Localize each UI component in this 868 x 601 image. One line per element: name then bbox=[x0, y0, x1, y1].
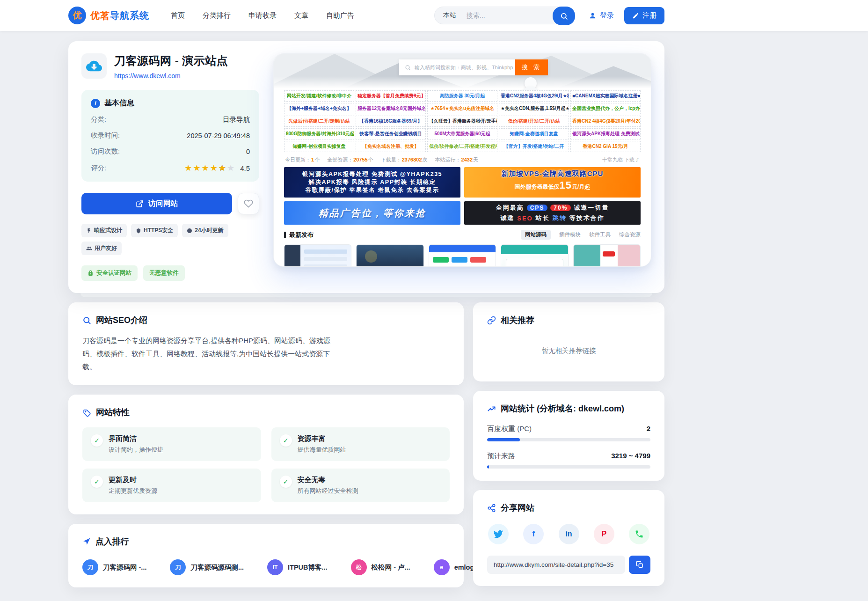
features-title: 网站特性 bbox=[96, 407, 130, 418]
site-avatar: 松 bbox=[351, 559, 367, 575]
text-ad-link[interactable]: 500M大带宽服务器|60元起 bbox=[427, 128, 497, 139]
category-value: 目录导航 bbox=[223, 115, 250, 124]
related-empty-text: 暂无相关推荐链接 bbox=[487, 346, 650, 355]
ranking-link[interactable]: IT ITPUB博客... bbox=[267, 559, 328, 575]
search-button[interactable] bbox=[553, 7, 575, 25]
facebook-icon[interactable]: f bbox=[523, 524, 544, 544]
tab-plugins[interactable]: 插件模块 bbox=[559, 231, 581, 238]
ranking-link[interactable]: 刀 刀客源码源码测... bbox=[170, 559, 244, 575]
tab-software[interactable]: 软件工具 bbox=[589, 231, 611, 238]
clock-icon bbox=[187, 228, 192, 234]
text-ad-link[interactable]: ★免实名CDN,服务器,1.5$/月起★ bbox=[499, 103, 569, 114]
banner-ad-slot[interactable]: 精品广告位，等你来抢 bbox=[284, 201, 460, 225]
nav-item-articles[interactable]: 文章 bbox=[294, 11, 308, 20]
text-ad-link[interactable]: 快客帮-悬赏任务创业赚钱项目 bbox=[356, 128, 426, 139]
login-button[interactable]: 登录 bbox=[589, 11, 614, 20]
text-ad-link[interactable]: 【免实名域名注册、批发】 bbox=[356, 141, 426, 152]
text-ad-link[interactable]: 银河源头APK报毒处理 免费测试 bbox=[570, 128, 641, 139]
text-ad-link[interactable]: 知赚网-创业项目实操复盘 bbox=[284, 141, 354, 152]
avatar-icon bbox=[595, 157, 600, 162]
check-icon: ✓ bbox=[280, 434, 292, 447]
nav-item-submit[interactable]: 申请收录 bbox=[248, 11, 277, 20]
related-title: 相关推荐 bbox=[501, 315, 534, 326]
text-ad-link[interactable]: 香港CN2 GIA 15元/月 bbox=[570, 141, 641, 152]
text-ad-link[interactable]: 先做后付/搭建/二开/定制/仿站 bbox=[284, 116, 354, 127]
copy-url-button[interactable] bbox=[629, 556, 650, 574]
shield-icon bbox=[136, 228, 141, 234]
text-ads-grid: 网站开发/搭建/软件修改/非中介 稳定服务器【首月免费续费9元】 高防服务器 3… bbox=[284, 90, 641, 152]
search-icon bbox=[405, 65, 411, 71]
ranking-link[interactable]: 松 松松网 - 卢... bbox=[351, 559, 410, 575]
register-button[interactable]: 注册 bbox=[624, 7, 664, 24]
text-ad-link[interactable]: 低价/搭建/开发/二开/仿站 bbox=[499, 116, 569, 127]
search-scope-select[interactable]: 本站 bbox=[443, 11, 456, 20]
resource-thumbnail[interactable] bbox=[429, 244, 496, 267]
pinterest-icon[interactable]: P bbox=[594, 524, 614, 544]
badge-friendly: 用户友好 bbox=[81, 242, 122, 255]
progress-track bbox=[487, 438, 650, 441]
rating-value: 4.5 bbox=[240, 164, 250, 172]
stat-label: 百度权重 (PC) bbox=[487, 425, 532, 433]
banner-ad-cps[interactable]: 全网最高CPS70%诚邀一切量 诚邀SEO站长跳转等技术合作 bbox=[464, 201, 641, 225]
share-url-input[interactable] bbox=[487, 556, 625, 574]
text-ad-link[interactable]: 【海外+服务器+域名+免实名】 bbox=[284, 103, 354, 114]
text-ad-link[interactable]: 【香港16核16G服务器69/月】 bbox=[356, 116, 426, 127]
tab-misc[interactable]: 综合资源 bbox=[619, 231, 641, 238]
text-ad-link[interactable]: 服务器12元备案域名8元国外域名1元 bbox=[356, 103, 426, 114]
text-ad-link[interactable]: 【久旺云】香港服务器秒开/云手机 bbox=[427, 116, 497, 127]
text-ad-link[interactable]: 稳定服务器【首月免费续费9元】 bbox=[356, 90, 426, 102]
cursor-arrow-icon bbox=[82, 537, 91, 546]
stat-label: 预计来路 bbox=[487, 452, 515, 461]
site-logo[interactable]: 优 优茗导航系统 bbox=[68, 7, 149, 24]
badge-no-malware: 无恶意软件 bbox=[143, 265, 185, 281]
text-ad-link[interactable]: ★7654★免实名u充值注册域名 bbox=[427, 103, 497, 114]
tag-icon bbox=[82, 408, 91, 417]
preview-search-input[interactable]: 输入精简词搜索如：商城、影视、Thinkphp bbox=[399, 59, 515, 75]
nav-item-home[interactable]: 首页 bbox=[171, 11, 185, 20]
text-ad-link[interactable]: 香港CN2服务器4核4G仅29/月★秒开 bbox=[499, 90, 569, 102]
site-features-card: 网站特性 ✓ 界面简洁设计简约，操作便捷 ✓ 资源丰富提供海量优质网站 ✓ 更新… bbox=[68, 395, 464, 514]
ranking-link[interactable]: 刀 刀客源码网 -... bbox=[82, 559, 146, 575]
site-detail-card: 刀客源码网 - 演示站点 https://www.dkewl.com i 基本信… bbox=[68, 41, 664, 293]
text-ad-link[interactable]: 高防服务器 30元/月起 bbox=[427, 90, 497, 102]
feature-item: ✓ 安全无毒所有网站经过安全检测 bbox=[271, 469, 450, 502]
banner-ad-apk[interactable]: 银河源头APK报毒处理 免费测试 @YHAPK235 解决APK报毒 风险提示 … bbox=[284, 167, 460, 198]
preview-search-button[interactable]: 搜 索 bbox=[515, 59, 548, 75]
text-ad-link[interactable]: 香港CN2 4核4G仅要20月/年付200 bbox=[570, 116, 641, 127]
text-ad-link[interactable]: 低价/软件修改/二开/搭建/开发程序 bbox=[427, 141, 497, 152]
tab-site-source[interactable]: 网站源码 bbox=[521, 230, 551, 240]
text-ad-link[interactable]: 知赚网-全赛道项目复盘 bbox=[499, 128, 569, 139]
text-ad-link[interactable]: 800G防御服务器/封海外|310元起 bbox=[284, 128, 354, 139]
text-ad-link[interactable]: 全国营业执照代办，公户，icp办理 bbox=[570, 103, 641, 114]
top-navbar: 优 优茗导航系统 首页 分类排行 申请收录 文章 自助广告 本站 bbox=[0, 0, 868, 31]
feature-badges: 响应式设计 HTTPS安全 24小时更新 用户友好 bbox=[81, 224, 259, 255]
lock-icon bbox=[88, 270, 94, 276]
text-ad-link[interactable]: 【官方】开发/搭建/仿站/二开 bbox=[499, 141, 569, 152]
badge-secure-site: 安全认证网站 bbox=[81, 265, 138, 281]
share-icon bbox=[487, 504, 496, 513]
search-input[interactable] bbox=[467, 12, 537, 19]
text-ad-link[interactable]: ■CANEMX超实惠国际域名注册■ bbox=[570, 90, 641, 102]
nav-item-self-ads[interactable]: 自助广告 bbox=[326, 11, 354, 20]
text-ad-link[interactable]: 网站开发/搭建/软件修改/非中介 bbox=[284, 90, 354, 102]
heart-icon bbox=[244, 199, 253, 208]
feature-item: ✓ 资源丰富提供海量优质网站 bbox=[271, 427, 450, 461]
visits-label: 访问次数: bbox=[91, 147, 120, 156]
banner-ad-vps[interactable]: 新加坡VPS-金牌高速双路CPU 国外服务器最低仅15元/月起 bbox=[464, 167, 641, 198]
star-icon bbox=[184, 163, 193, 173]
resource-thumbnail[interactable] bbox=[284, 244, 351, 267]
resource-thumbnail[interactable]: 刀客API管理 bbox=[356, 244, 423, 267]
page-title: 刀客源码网 - 演示站点 bbox=[114, 53, 228, 68]
users-icon bbox=[86, 245, 92, 251]
whatsapp-icon[interactable] bbox=[629, 524, 649, 544]
linkedin-icon[interactable]: in bbox=[559, 524, 579, 544]
resource-thumbnail[interactable] bbox=[573, 244, 641, 267]
basic-info-panel: i 基本信息 分类: 目录导航 收录时间: 2025-07-29 06:49:4… bbox=[81, 90, 259, 182]
favorite-button[interactable] bbox=[238, 193, 259, 214]
nav-item-category-rank[interactable]: 分类排行 bbox=[203, 11, 231, 20]
site-url-link[interactable]: https://www.dkewl.com bbox=[114, 72, 228, 80]
twitter-icon[interactable] bbox=[488, 524, 509, 544]
visit-site-button[interactable]: 访问网站 bbox=[81, 193, 232, 214]
statistics-title: 网站统计 (分析域名: dkewl.com) bbox=[501, 403, 624, 414]
resource-thumbnail[interactable] bbox=[501, 244, 568, 267]
